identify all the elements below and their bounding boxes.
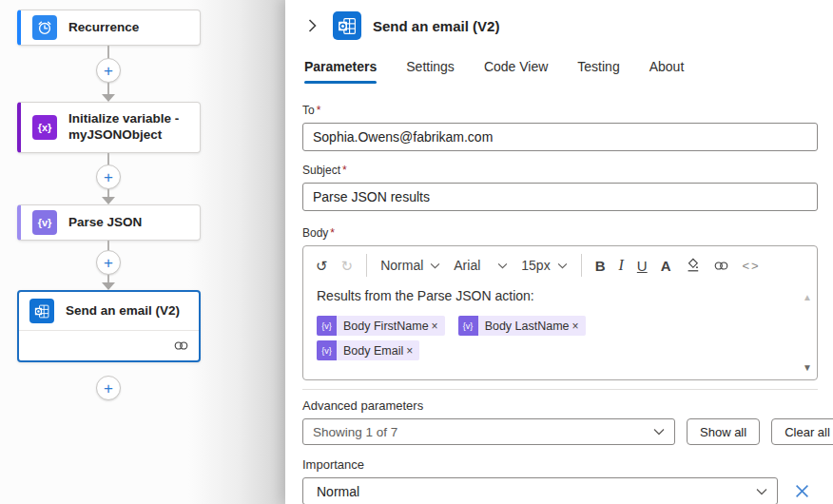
panel-header: Send an email (V2) bbox=[302, 0, 818, 40]
show-all-button[interactable]: Show all bbox=[687, 418, 760, 445]
outlook-icon bbox=[29, 299, 54, 323]
connector-line bbox=[107, 46, 109, 59]
dynamic-token-list: {v} Body FirstName × {v} Body LastName ×… bbox=[317, 316, 621, 360]
clear-all-button[interactable]: Clear all bbox=[771, 418, 833, 445]
toolbar-divider bbox=[366, 254, 367, 277]
to-input[interactable] bbox=[302, 123, 818, 151]
font-color-button[interactable]: A bbox=[661, 259, 671, 273]
tab-parameters[interactable]: Parameters bbox=[304, 59, 377, 84]
token-body-firstname[interactable]: {v} Body FirstName × bbox=[317, 316, 445, 336]
panel-tabs: Parameters Settings Code View Testing Ab… bbox=[304, 59, 818, 84]
undo-icon[interactable]: ↺ bbox=[316, 259, 328, 273]
chevron-down-icon bbox=[430, 262, 440, 269]
required-asterisk: * bbox=[330, 226, 335, 240]
action-config-panel: Send an email (V2) Parameters Settings C… bbox=[285, 0, 833, 504]
required-asterisk: * bbox=[342, 164, 347, 177]
node-label: Send an email (V2) bbox=[66, 303, 180, 320]
variable-icon: {x} bbox=[32, 115, 57, 140]
outlook-icon bbox=[333, 11, 361, 40]
connector-arrow-icon bbox=[102, 282, 115, 290]
subject-input[interactable] bbox=[302, 183, 818, 211]
advanced-parameters-dropdown[interactable]: Showing 1 of 7 bbox=[302, 418, 675, 445]
chevron-down-icon bbox=[557, 262, 568, 269]
node-label: Initialize variable - myJSONObject bbox=[68, 111, 192, 144]
tab-settings[interactable]: Settings bbox=[406, 59, 455, 84]
connection-status-icon bbox=[173, 338, 189, 355]
highlighter-icon bbox=[685, 258, 700, 273]
highlight-button[interactable] bbox=[685, 258, 700, 273]
node-label: Parse JSON bbox=[68, 215, 142, 231]
parse-json-icon: {v} bbox=[32, 210, 57, 235]
code-view-button[interactable]: <> bbox=[743, 260, 761, 272]
importance-label: Importance bbox=[302, 457, 818, 472]
dynamic-content-icon: {v} bbox=[317, 316, 337, 336]
tab-testing[interactable]: Testing bbox=[577, 59, 619, 84]
remove-token-icon[interactable]: × bbox=[432, 320, 438, 333]
node-send-email-selected[interactable]: Send an email (V2) bbox=[17, 290, 201, 362]
body-text: Results from the Parse JSON action: bbox=[317, 288, 792, 303]
toolbar-divider bbox=[581, 254, 582, 277]
chevron-down-icon bbox=[653, 428, 665, 436]
advanced-parameters-row: Showing 1 of 7 Show all Clear all bbox=[302, 418, 818, 445]
font-family-dropdown[interactable]: Arial bbox=[454, 258, 508, 273]
editor-toolbar: ↺ ↻ Normal Arial 15px B I U bbox=[303, 246, 817, 284]
body-content-area[interactable]: Results from the Parse JSON action: {v} … bbox=[303, 284, 817, 376]
link-button[interactable] bbox=[713, 261, 729, 271]
dynamic-content-icon: {v} bbox=[317, 340, 337, 360]
required-asterisk: * bbox=[317, 104, 321, 117]
node-label: Recurrence bbox=[68, 20, 139, 36]
scroll-up-icon[interactable]: ▲ bbox=[803, 292, 812, 302]
connector-arrow-icon bbox=[102, 197, 115, 204]
node-recurrence[interactable]: Recurrence bbox=[17, 10, 201, 46]
panel-title: Send an email (V2) bbox=[373, 18, 499, 34]
chevron-down-icon bbox=[756, 488, 767, 495]
link-icon bbox=[713, 261, 729, 271]
dynamic-content-icon: {v} bbox=[458, 316, 478, 336]
node-parse-json[interactable]: {v} Parse JSON bbox=[17, 204, 201, 241]
chevron-down-icon bbox=[497, 262, 508, 269]
body-rich-text-editor: ↺ ↻ Normal Arial 15px B I U bbox=[302, 245, 818, 380]
collapse-panel-chevron-icon[interactable] bbox=[302, 12, 321, 39]
redo-icon[interactable]: ↻ bbox=[341, 259, 354, 273]
connector-arrow-icon bbox=[102, 94, 115, 102]
remove-token-icon[interactable]: × bbox=[572, 320, 579, 333]
flow-designer: Recurrence + {x} Initialize variable - m… bbox=[0, 0, 833, 504]
recurrence-clock-icon bbox=[32, 15, 57, 40]
subject-field-label: Subject* bbox=[302, 164, 818, 177]
paragraph-style-dropdown[interactable]: Normal bbox=[380, 258, 440, 273]
tab-code-view[interactable]: Code View bbox=[484, 59, 548, 84]
insert-step-button[interactable]: + bbox=[96, 165, 121, 189]
token-body-lastname[interactable]: {v} Body LastName × bbox=[458, 316, 586, 336]
insert-step-button[interactable]: + bbox=[96, 250, 121, 275]
clear-importance-button[interactable] bbox=[795, 484, 809, 498]
token-body-email[interactable]: {v} Body Email × bbox=[317, 340, 419, 360]
importance-row: Normal bbox=[302, 477, 818, 504]
underline-button[interactable]: U bbox=[637, 259, 648, 273]
to-field-label: To* bbox=[302, 104, 818, 117]
remove-token-icon[interactable]: × bbox=[406, 344, 413, 358]
insert-step-button[interactable]: + bbox=[96, 58, 121, 83]
advanced-parameters-label: Advanced parameters bbox=[302, 398, 818, 413]
scroll-down-icon[interactable]: ▼ bbox=[803, 362, 812, 373]
importance-dropdown[interactable]: Normal bbox=[302, 477, 778, 504]
bold-button[interactable]: B bbox=[595, 259, 606, 273]
font-size-dropdown[interactable]: 15px bbox=[521, 258, 567, 273]
close-icon bbox=[795, 484, 809, 498]
node-initialize-variable[interactable]: {x} Initialize variable - myJSONObject bbox=[17, 102, 201, 153]
section-divider bbox=[302, 389, 818, 390]
workflow-canvas: Recurrence + {x} Initialize variable - m… bbox=[0, 0, 285, 504]
tab-about[interactable]: About bbox=[649, 59, 685, 84]
italic-button[interactable]: I bbox=[619, 258, 624, 273]
insert-step-button[interactable]: + bbox=[96, 376, 121, 400]
body-field-label: Body* bbox=[302, 226, 818, 240]
